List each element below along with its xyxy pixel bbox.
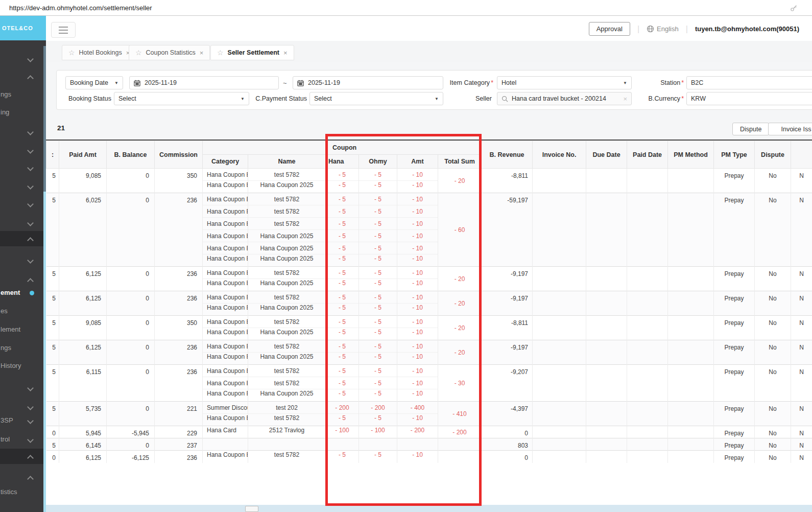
sidebar-item[interactable]: History: [0, 358, 46, 374]
cell-coupon-hana: - 5: [326, 254, 359, 267]
tab-close-icon[interactable]: ×: [283, 49, 288, 57]
tab-coupon-statistics[interactable]: ☆ Coupon Statistics ×: [129, 45, 210, 60]
sidebar-item[interactable]: ngs: [0, 87, 46, 102]
favorite-star-icon[interactable]: ☆: [135, 49, 142, 57]
url-input[interactable]: https://dev-adm.ohmyhotel.com/settlement…: [0, 4, 790, 12]
cell-commission: 236: [155, 451, 203, 463]
sidebar-item[interactable]: [0, 399, 46, 414]
station-input[interactable]: B2C: [686, 76, 812, 89]
sidebar-item[interactable]: [0, 143, 46, 158]
horizontal-scrollbar[interactable]: [46, 505, 812, 512]
table-row[interactable]: 56,1450237803PrepayNoN: [46, 438, 812, 451]
cell-dispute: No: [755, 316, 791, 340]
sidebar-item[interactable]: [0, 69, 46, 84]
table-row[interactable]: 56,0250236Hana Coupon Butest 5782- 5- 5-…: [46, 193, 812, 205]
tab-hotel-bookings[interactable]: ☆ Hotel Bookings ×: [62, 45, 136, 60]
sidebar-item[interactable]: [0, 252, 46, 268]
date-from-input[interactable]: 2025-11-19: [129, 76, 279, 89]
booking-status-select[interactable]: Select ▼: [114, 92, 249, 105]
cell-pm-type: Prepay: [714, 426, 755, 438]
table-row[interactable]: 55,7350221Summer Discountest 202- 200- 2…: [46, 402, 812, 414]
approval-button[interactable]: Approval: [589, 22, 630, 36]
date-type-select[interactable]: Booking Date ▼: [65, 76, 123, 89]
cell-coupon-amt: - 10: [397, 451, 438, 463]
seller-search-input[interactable]: Hana card travel bucket - 200214 ×: [497, 92, 632, 105]
cell-coupon-name: Hana Coupon 2025: [248, 279, 326, 291]
cell-total-sum: - 20: [438, 169, 482, 193]
language-selector[interactable]: English: [647, 25, 679, 33]
language-label: English: [657, 25, 679, 33]
sidebar-item-label: History: [1, 362, 21, 369]
table-row[interactable]: 59,0850350Hana Coupon Butest 5782- 5- 5-…: [46, 316, 812, 328]
sidebar-scrollbar-thumb[interactable]: [43, 46, 46, 192]
sidebar-item[interactable]: ngs: [0, 340, 46, 356]
sidebar-item[interactable]: [0, 449, 46, 464]
cell-paid-amt: 6,125: [59, 451, 107, 463]
table-row[interactable]: 56,1250236Hana Coupon Butest 5782- 5- 5-…: [46, 291, 812, 304]
hamburger-menu-button[interactable]: [51, 22, 76, 38]
cell-dispute: No: [755, 169, 791, 193]
key-icon[interactable]: [790, 4, 798, 12]
sidebar-item[interactable]: [0, 380, 46, 395]
table-row[interactable]: 59,0850350Hana Coupon Butest 5782- 5- 5-…: [46, 169, 812, 181]
tab-seller-settlement[interactable]: ☆ Seller Settlement ×: [210, 45, 294, 60]
table-row[interactable]: 56,1150236Hana Coupon Butest 5782- 5- 5-…: [46, 365, 812, 377]
chevron-down-icon: ▼: [435, 97, 439, 101]
cell-total-sum: [438, 438, 482, 451]
table-row[interactable]: 56,1250236Hana Coupon Butest 5782- 5- 5-…: [46, 267, 812, 279]
col-total-sum: Total Sum: [438, 155, 482, 169]
sidebar-scrollbar-track[interactable]: [43, 192, 46, 512]
tab-close-icon[interactable]: ×: [200, 49, 204, 57]
cpayment-status-select[interactable]: Select ▼: [309, 92, 443, 105]
sidebar-item-label: ement: [1, 289, 20, 296]
sidebar-item[interactable]: es: [0, 304, 46, 319]
cell-coupon-amt: - 400: [397, 402, 438, 414]
sidebar-item[interactable]: [0, 215, 46, 230]
cell-due-date: [586, 267, 627, 291]
cell-coupon-name: test 5782: [248, 377, 326, 389]
cell-invoice-no: [533, 402, 586, 426]
sidebar-item[interactable]: [0, 231, 46, 246]
sidebar-item[interactable]: [0, 470, 46, 485]
sidebar-item[interactable]: [0, 51, 46, 66]
sidebar-item[interactable]: trol: [0, 432, 46, 447]
sidebar-item[interactable]: [0, 196, 46, 212]
cell-left-clipped: 5: [46, 169, 59, 193]
invoice-issue-button[interactable]: Invoice Iss: [768, 123, 812, 135]
user-account[interactable]: tuyen.tb@ohmyhotel.com(90051): [695, 25, 799, 33]
cell-pm-method: [668, 193, 714, 267]
sidebar-item[interactable]: [0, 160, 46, 175]
dispute-button[interactable]: Dispute: [732, 123, 769, 135]
chevron-down-icon: [27, 385, 34, 391]
cell-coupon-name: test 5782: [248, 291, 326, 304]
cell-left-clipped: 0: [46, 426, 59, 438]
sidebar-item[interactable]: [0, 124, 46, 139]
cell-pm-type: Prepay: [714, 451, 755, 463]
favorite-star-icon[interactable]: ☆: [68, 49, 75, 57]
sidebar-item[interactable]: tistics: [0, 484, 46, 500]
cell-commission: 350: [155, 316, 203, 340]
cell-commission: 237: [155, 438, 203, 451]
cell-paid-amt: 6,125: [59, 340, 107, 365]
table-header: : Paid Amt B. Balance Commission Coupon …: [46, 141, 812, 169]
col-left-clipped: :: [46, 141, 59, 169]
col-coupon-group: Coupon: [326, 141, 482, 155]
table-row[interactable]: 05,945-5,945229Hana Card2512 Travlog- 10…: [46, 426, 812, 438]
bcurrency-input[interactable]: KRW: [686, 92, 812, 105]
sidebar-item-label: trol: [1, 435, 10, 443]
horizontal-scrollbar-thumb[interactable]: [245, 506, 258, 512]
cell-paid-amt: 6,145: [59, 438, 107, 451]
sidebar-item[interactable]: 3SP: [0, 413, 46, 428]
sidebar-item-label: ngs: [1, 90, 11, 98]
cell-coupon-hana: - 5: [326, 316, 359, 328]
sidebar-item[interactable]: ing: [0, 105, 46, 120]
table-row[interactable]: 06,125-6,125236Hana Coupon Butest 5782- …: [46, 451, 812, 463]
clear-icon[interactable]: ×: [623, 95, 627, 103]
date-to-input[interactable]: 2025-11-19: [293, 76, 443, 89]
table-row[interactable]: 56,1250236Hana Coupon Butest 5782- 5- 5-…: [46, 340, 812, 353]
favorite-star-icon[interactable]: ☆: [217, 49, 224, 57]
sidebar-item[interactable]: lement: [0, 322, 46, 337]
sidebar-item-active[interactable]: ement: [0, 285, 46, 300]
item-category-select[interactable]: Hotel ▼: [497, 76, 632, 89]
sidebar-item[interactable]: [0, 178, 46, 194]
